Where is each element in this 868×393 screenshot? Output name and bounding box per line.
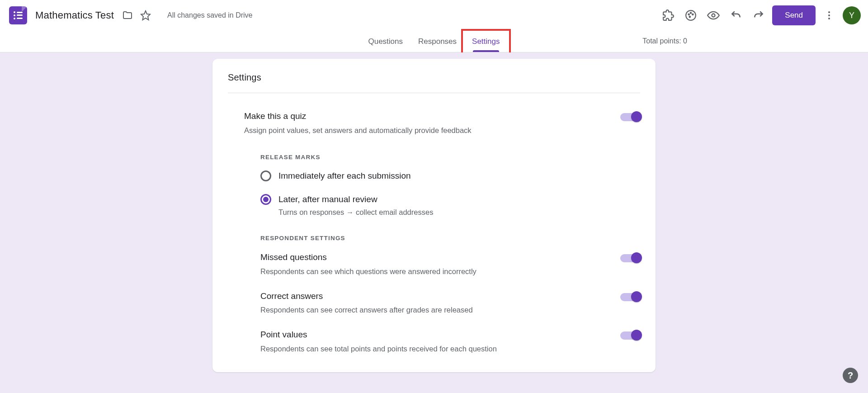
- tab-questions[interactable]: Questions: [367, 31, 404, 52]
- radio-icon: [260, 170, 271, 181]
- svg-point-3: [690, 12, 692, 14]
- settings-card: Settings Make this a quiz Assign point v…: [212, 59, 656, 372]
- release-option-immediate[interactable]: Immediately after each submission: [260, 170, 640, 182]
- tab-settings[interactable]: Settings: [471, 31, 500, 52]
- save-status: All changes saved in Drive: [167, 11, 253, 19]
- correct-answers-toggle[interactable]: [620, 293, 640, 301]
- quiz-toggle-desc: Assign point values, set answers and aut…: [244, 125, 472, 136]
- redo-icon[interactable]: [750, 6, 768, 24]
- svg-point-4: [692, 14, 693, 15]
- missed-questions-title: Missed questions: [260, 251, 476, 264]
- point-values-desc: Respondents can see total points and poi…: [260, 344, 497, 354]
- addons-icon[interactable]: [659, 6, 677, 24]
- forms-logo-icon[interactable]: [9, 6, 27, 24]
- radio-icon: [260, 194, 271, 205]
- preview-icon[interactable]: [704, 6, 722, 24]
- missed-questions-desc: Respondents can see which questions were…: [260, 266, 476, 277]
- workspace-scroll-area[interactable]: Settings Make this a quiz Assign point v…: [0, 52, 868, 393]
- send-button[interactable]: Send: [772, 5, 816, 25]
- correct-answers-desc: Respondents can see correct answers afte…: [260, 305, 473, 315]
- quiz-toggle-title: Make this a quiz: [244, 110, 472, 123]
- account-avatar[interactable]: Y: [843, 6, 861, 24]
- document-title[interactable]: Mathematics Test: [35, 9, 114, 21]
- release-option-label: Later, after manual review: [278, 194, 433, 205]
- undo-icon[interactable]: [727, 6, 745, 24]
- help-icon[interactable]: ?: [843, 368, 858, 383]
- missed-questions-toggle[interactable]: [620, 254, 640, 262]
- tab-responses[interactable]: Responses: [417, 31, 458, 52]
- move-to-folder-icon[interactable]: [118, 6, 137, 24]
- release-option-subtext: Turns on responses → collect email addre…: [278, 208, 433, 217]
- svg-point-8: [828, 14, 830, 16]
- svg-point-5: [689, 16, 691, 18]
- more-options-icon[interactable]: [820, 6, 838, 24]
- svg-point-2: [689, 14, 690, 15]
- svg-point-7: [828, 11, 830, 13]
- respondent-settings-heading: RESPONDENT SETTINGS: [260, 235, 640, 241]
- settings-heading: Settings: [228, 72, 640, 83]
- svg-point-6: [712, 14, 715, 17]
- release-option-later[interactable]: Later, after manual review Turns on resp…: [260, 194, 640, 217]
- correct-answers-title: Correct answers: [260, 290, 473, 303]
- point-values-title: Point values: [260, 329, 497, 341]
- svg-marker-0: [141, 11, 150, 20]
- release-option-label: Immediately after each submission: [278, 170, 411, 182]
- customize-theme-icon[interactable]: [682, 6, 700, 24]
- star-icon[interactable]: [137, 6, 155, 24]
- quiz-toggle[interactable]: [620, 113, 640, 121]
- divider: [228, 93, 640, 93]
- release-marks-heading: RELEASE MARKS: [260, 154, 640, 161]
- svg-point-9: [828, 18, 830, 19]
- total-points-label: Total points: 0: [642, 37, 687, 45]
- point-values-toggle[interactable]: [620, 331, 640, 340]
